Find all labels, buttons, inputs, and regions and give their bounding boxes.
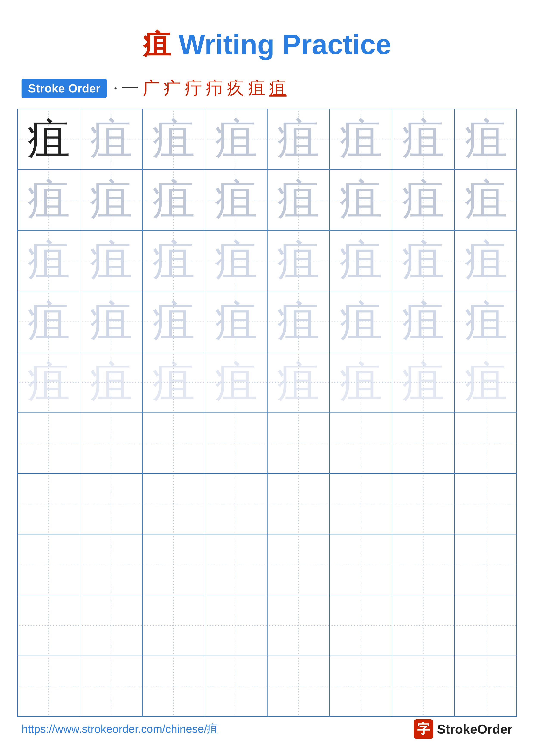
grid-cell[interactable]: 疽 <box>267 170 330 230</box>
grid-cell[interactable]: 疽 <box>392 291 455 352</box>
grid-cell[interactable] <box>267 595 330 656</box>
grid-cell[interactable]: 疽 <box>392 352 455 413</box>
grid-cell[interactable] <box>330 595 392 656</box>
practice-char: 疽 <box>152 361 195 404</box>
grid-cell[interactable] <box>330 534 392 595</box>
grid-cell[interactable]: 疽 <box>455 352 517 413</box>
practice-char: 疽 <box>465 118 507 161</box>
grid-cell[interactable] <box>392 474 455 534</box>
grid-cell[interactable] <box>392 413 455 473</box>
grid-cell[interactable]: 疽 <box>267 291 330 352</box>
grid-cell[interactable] <box>18 595 80 656</box>
grid-cell[interactable] <box>455 656 517 716</box>
grid-cell[interactable] <box>455 595 517 656</box>
grid-cell[interactable] <box>18 474 80 534</box>
grid-cell[interactable]: 疽 <box>205 230 267 291</box>
grid-cell[interactable]: 疽 <box>205 109 267 169</box>
practice-char: 疽 <box>465 178 507 222</box>
grid-cell[interactable]: 疽 <box>455 291 517 352</box>
grid-cell[interactable] <box>392 656 455 716</box>
grid-cell[interactable]: 疽 <box>392 170 455 230</box>
grid-cell[interactable] <box>267 534 330 595</box>
grid-cell[interactable]: 疽 <box>455 109 517 169</box>
grid-cell[interactable]: 疽 <box>142 291 205 352</box>
grid-cell[interactable]: 疽 <box>18 170 80 230</box>
grid-row-9 <box>18 595 516 656</box>
grid-cell[interactable]: 疽 <box>18 230 80 291</box>
grid-cell[interactable]: 疽 <box>80 291 142 352</box>
grid-cell[interactable]: 疽 <box>455 230 517 291</box>
footer: https://www.strokeorder.com/chinese/疽 字 … <box>0 719 534 739</box>
grid-cell[interactable]: 疽 <box>80 352 142 413</box>
grid-cell[interactable]: 疽 <box>142 170 205 230</box>
practice-char: 疽 <box>215 239 258 282</box>
grid-cell[interactable]: 疽 <box>142 352 205 413</box>
grid-cell[interactable] <box>330 474 392 534</box>
practice-char: 疽 <box>27 118 70 161</box>
grid-cell[interactable]: 疽 <box>267 230 330 291</box>
grid-cell[interactable] <box>142 534 205 595</box>
grid-cell[interactable]: 疽 <box>80 230 142 291</box>
grid-cell[interactable] <box>455 413 517 473</box>
grid-cell[interactable] <box>142 595 205 656</box>
grid-cell[interactable] <box>267 474 330 534</box>
grid-cell[interactable]: 疽 <box>330 291 392 352</box>
stroke-order-badge: Stroke Order <box>21 79 107 98</box>
grid-cell[interactable] <box>205 474 267 534</box>
grid-cell[interactable]: 疽 <box>18 291 80 352</box>
grid-cell[interactable] <box>205 413 267 473</box>
grid-cell[interactable]: 疽 <box>455 170 517 230</box>
logo-text: StrokeOrder <box>437 722 513 737</box>
grid-cell[interactable] <box>392 534 455 595</box>
grid-cell[interactable] <box>18 413 80 473</box>
grid-cell[interactable] <box>142 474 205 534</box>
logo-icon: 字 <box>414 719 433 739</box>
practice-char: 疽 <box>465 361 507 404</box>
grid-cell[interactable] <box>455 474 517 534</box>
grid-cell[interactable] <box>267 656 330 716</box>
grid-cell[interactable]: 疽 <box>18 352 80 413</box>
grid-cell[interactable] <box>267 413 330 473</box>
grid-cell[interactable] <box>205 656 267 716</box>
grid-cell[interactable] <box>18 534 80 595</box>
grid-cell[interactable] <box>80 656 142 716</box>
footer-url[interactable]: https://www.strokeorder.com/chinese/疽 <box>21 721 218 737</box>
grid-cell[interactable] <box>18 656 80 716</box>
grid-cell[interactable]: 疽 <box>392 109 455 169</box>
stroke-9: 疽 <box>269 77 287 100</box>
grid-cell[interactable] <box>142 413 205 473</box>
grid-row-5: 疽 疽 疽 疽 疽 疽 疽 疽 <box>18 352 516 413</box>
grid-cell[interactable] <box>80 474 142 534</box>
grid-cell[interactable]: 疽 <box>392 230 455 291</box>
grid-cell[interactable] <box>205 595 267 656</box>
grid-cell[interactable]: 疽 <box>330 109 392 169</box>
practice-char: 疽 <box>277 361 320 404</box>
grid-cell[interactable]: 疽 <box>80 109 142 169</box>
grid-cell[interactable]: 疽 <box>142 230 205 291</box>
grid-cell[interactable] <box>142 656 205 716</box>
practice-char: 疽 <box>27 178 70 222</box>
grid-cell[interactable] <box>330 413 392 473</box>
grid-cell[interactable] <box>455 534 517 595</box>
grid-cell[interactable]: 疽 <box>330 230 392 291</box>
grid-cell[interactable] <box>392 595 455 656</box>
footer-logo: 字 StrokeOrder <box>414 719 513 739</box>
practice-char: 疽 <box>339 178 382 222</box>
grid-cell[interactable] <box>80 413 142 473</box>
grid-cell[interactable] <box>205 534 267 595</box>
practice-char: 疽 <box>152 118 195 161</box>
grid-cell[interactable]: 疽 <box>330 352 392 413</box>
grid-cell[interactable]: 疽 <box>18 109 80 169</box>
grid-cell[interactable]: 疽 <box>80 170 142 230</box>
grid-cell[interactable]: 疽 <box>142 109 205 169</box>
grid-cell[interactable] <box>80 595 142 656</box>
grid-cell[interactable]: 疽 <box>205 352 267 413</box>
practice-char: 疽 <box>89 118 133 161</box>
grid-cell[interactable]: 疽 <box>330 170 392 230</box>
grid-cell[interactable]: 疽 <box>205 170 267 230</box>
grid-cell[interactable]: 疽 <box>267 352 330 413</box>
grid-cell[interactable] <box>80 534 142 595</box>
grid-cell[interactable]: 疽 <box>267 109 330 169</box>
grid-cell[interactable] <box>330 656 392 716</box>
grid-cell[interactable]: 疽 <box>205 291 267 352</box>
